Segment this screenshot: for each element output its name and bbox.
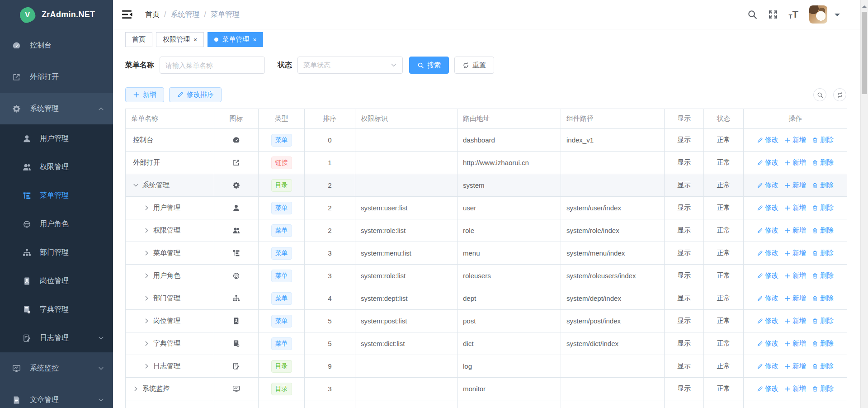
delete-link[interactable]: 删除: [812, 384, 834, 393]
column-header: 权限标识: [355, 109, 458, 128]
add-link[interactable]: 新增: [784, 249, 806, 257]
expand-arrow-icon[interactable]: [144, 205, 150, 211]
cell-component-path: [561, 355, 665, 377]
sidebar-item-system-mgmt[interactable]: 系统管理: [0, 93, 113, 124]
edit-link[interactable]: 修改: [757, 158, 778, 167]
cell-route-path: post: [458, 310, 561, 332]
cell-sort: 0: [305, 129, 355, 151]
expand-arrow-icon[interactable]: [144, 318, 150, 324]
cell-menu-name: 控制台: [126, 129, 214, 151]
sidebar-item-post-mgmt[interactable]: 岗位管理: [0, 267, 113, 295]
expand-arrow-icon[interactable]: [144, 295, 150, 301]
edit-link[interactable]: 修改: [757, 226, 778, 235]
page-scrollbar[interactable]: [860, 0, 868, 408]
breadcrumb-item[interactable]: 首页: [145, 10, 160, 19]
expand-arrow-icon[interactable]: [144, 363, 150, 369]
external-link-icon: [12, 73, 21, 81]
delete-link[interactable]: 删除: [812, 271, 834, 280]
refresh-table-button[interactable]: [833, 88, 846, 101]
expand-arrow-icon[interactable]: [144, 250, 150, 256]
type-tag: 菜单: [271, 315, 292, 327]
fullscreen-icon[interactable]: [768, 9, 778, 19]
add-link[interactable]: 新增: [784, 204, 806, 212]
sidebar-item-dict-mgmt[interactable]: 字典管理: [0, 295, 113, 324]
add-link[interactable]: 新增: [784, 181, 806, 190]
add-link[interactable]: 新增: [784, 271, 806, 280]
search-button[interactable]: 搜索: [409, 57, 449, 74]
cell-visible: 显示: [665, 378, 704, 400]
delete-link[interactable]: 删除: [812, 249, 834, 257]
avatar[interactable]: [809, 5, 827, 24]
edit-link[interactable]: 修改: [757, 384, 778, 393]
cell-sort: 2: [305, 197, 355, 219]
scrollbar-thumb[interactable]: [862, 12, 867, 94]
sidebar-item-console[interactable]: 控制台: [0, 29, 113, 61]
sidebar-item-user-mgmt[interactable]: 用户管理: [0, 124, 113, 153]
expand-arrow-icon[interactable]: [144, 228, 150, 233]
edit-link[interactable]: 修改: [757, 181, 778, 190]
delete-link[interactable]: 删除: [812, 339, 834, 348]
expand-arrow-icon[interactable]: [133, 386, 139, 392]
delete-link[interactable]: 删除: [812, 136, 834, 144]
app-logo[interactable]: V ZrAdmin.NET: [0, 0, 113, 29]
cell-icon: [214, 310, 259, 332]
delete-link[interactable]: 删除: [812, 317, 834, 325]
sidebar-item-article-mgmt[interactable]: 文章管理: [0, 384, 113, 408]
cell-sort: 3: [305, 378, 355, 400]
edit-link[interactable]: 修改: [757, 249, 778, 257]
app-title: ZrAdmin.NET: [42, 10, 95, 19]
expand-arrow-icon[interactable]: [144, 341, 150, 346]
sidebar-item-menu-mgmt[interactable]: 菜单管理: [0, 181, 113, 210]
edit-link[interactable]: 修改: [757, 136, 778, 144]
add-link[interactable]: 新增: [784, 294, 806, 303]
hamburger-icon[interactable]: [122, 10, 132, 19]
caret-down-icon[interactable]: [835, 14, 840, 19]
badge-icon: [232, 317, 240, 325]
expand-arrow-icon[interactable]: [144, 273, 150, 279]
sidebar-item-perm-mgmt[interactable]: 权限管理: [0, 153, 113, 181]
sidebar-item-dept-mgmt[interactable]: 部门管理: [0, 238, 113, 267]
font-size-icon[interactable]: TT: [789, 9, 798, 19]
tab-home[interactable]: 首页: [125, 32, 152, 47]
close-icon[interactable]: ×: [193, 37, 197, 43]
delete-link[interactable]: 删除: [812, 294, 834, 303]
edit-link[interactable]: 修改: [757, 204, 778, 212]
show-search-button[interactable]: [813, 88, 826, 101]
edit-link[interactable]: 修改: [757, 339, 778, 348]
add-link[interactable]: 新增: [784, 317, 806, 325]
sidebar-item-log-mgmt[interactable]: 日志管理: [0, 324, 113, 352]
edit-link[interactable]: 修改: [757, 271, 778, 280]
add-link[interactable]: 新增: [784, 136, 806, 144]
edit-link[interactable]: 修改: [757, 362, 778, 370]
column-header: 类型: [259, 109, 305, 128]
sidebar-item-user-role[interactable]: 用户角色: [0, 210, 113, 238]
add-link[interactable]: 新增: [784, 158, 806, 167]
reset-button[interactable]: 重置: [454, 57, 494, 74]
delete-link[interactable]: 删除: [812, 226, 834, 235]
column-header: 路由地址: [458, 109, 561, 128]
add-link[interactable]: 新增: [784, 362, 806, 370]
add-link[interactable]: 新增: [784, 339, 806, 348]
sidebar-item-sys-monitor[interactable]: 系统监控: [0, 352, 113, 384]
tab-perm-mgmt[interactable]: 权限管理×: [156, 32, 204, 47]
cell-component-path: [561, 174, 665, 196]
sidebar-item-external[interactable]: 外部打开: [0, 61, 113, 93]
edit-link[interactable]: 修改: [757, 317, 778, 325]
add-link[interactable]: 新增: [784, 226, 806, 235]
close-icon[interactable]: ×: [253, 37, 256, 43]
search-icon[interactable]: [747, 9, 757, 19]
status-select[interactable]: 菜单状态: [297, 57, 403, 74]
menu-name-input[interactable]: [160, 57, 265, 74]
delete-link[interactable]: 删除: [812, 362, 834, 370]
cell-component-path: system/role/index: [561, 219, 665, 242]
edit-sort-button[interactable]: 修改排序: [169, 87, 222, 102]
add-button[interactable]: 新增: [125, 87, 164, 102]
add-link[interactable]: 新增: [784, 384, 806, 393]
delete-link[interactable]: 删除: [812, 181, 834, 190]
edit-link[interactable]: 修改: [757, 294, 778, 303]
scrollbar-up-icon[interactable]: [862, 3, 867, 8]
tab-menu-mgmt[interactable]: 菜单管理×: [208, 32, 263, 47]
delete-link[interactable]: 删除: [812, 158, 834, 167]
delete-link[interactable]: 删除: [812, 204, 834, 212]
collapse-arrow-icon[interactable]: [133, 182, 139, 188]
